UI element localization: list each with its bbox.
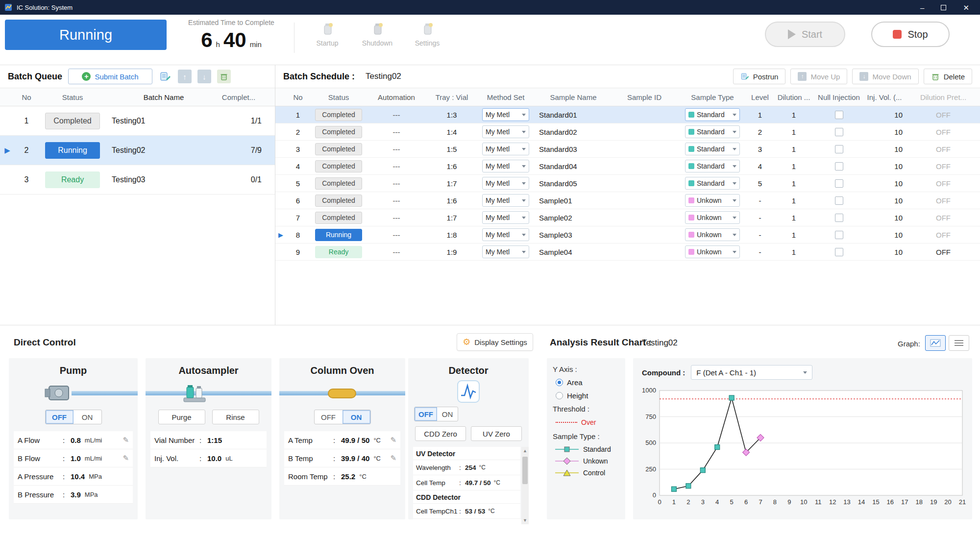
sample-type-select[interactable]: Standard	[685, 160, 740, 172]
shutdown-button[interactable]: Shutdown	[358, 21, 397, 47]
y-axis-option[interactable]: Height	[556, 391, 619, 400]
compound-select[interactable]: F (Det A - Ch1 - 1)	[691, 365, 812, 380]
minimize-icon[interactable]: –	[920, 4, 924, 11]
move-up-button[interactable]: ↑ Move Up	[790, 69, 847, 84]
batch-schedule-row[interactable]: ▶8Running---1:8My MetlSample03Unkown-110…	[275, 226, 980, 244]
detector-power-toggle[interactable]: OFF ON	[414, 407, 458, 421]
radio-icon[interactable]	[556, 392, 563, 399]
startup-button[interactable]: Startup	[308, 21, 347, 47]
method-set-select[interactable]: My Metl	[482, 194, 529, 207]
column-oven-off-option[interactable]: OFF	[315, 410, 343, 424]
null-injection-checkbox[interactable]	[835, 214, 843, 222]
move-down-button[interactable]: ↓ Move Down	[852, 69, 918, 84]
queue-delete-button[interactable]	[217, 70, 231, 83]
schedule-status-cell: Completed	[310, 143, 368, 155]
maximize-icon[interactable]	[941, 5, 946, 10]
edit-icon[interactable]: ✎	[122, 436, 129, 444]
sample-type-select[interactable]: Unkown	[685, 228, 740, 241]
close-icon[interactable]: ✕	[963, 4, 969, 11]
level-cell: -	[744, 214, 776, 222]
null-injection-checkbox[interactable]	[835, 128, 843, 136]
pump-off-option[interactable]: OFF	[46, 410, 74, 424]
method-set-select[interactable]: My Metl	[482, 125, 529, 138]
sample-type-select[interactable]: Standard	[685, 177, 740, 190]
method-set-select[interactable]: My Metl	[482, 143, 529, 155]
batch-schedule-row[interactable]: 4Completed---1:6My MetlStandard04Standar…	[275, 158, 980, 175]
batch-queue-row[interactable]: ▶2RunningTesting027/9	[0, 136, 275, 165]
null-injection-checkbox[interactable]	[835, 162, 843, 171]
uv-zero-button[interactable]: UV Zero	[471, 426, 522, 441]
display-settings-button[interactable]: ⚙ Display Settings	[457, 333, 533, 351]
null-injection-checkbox[interactable]	[835, 231, 843, 239]
null-injection-checkbox[interactable]	[835, 111, 843, 119]
settings-button[interactable]: Settings	[408, 21, 447, 47]
method-set-select[interactable]: My Metl	[482, 245, 529, 258]
batch-schedule-row[interactable]: 5Completed---1:7My MetlStandard05Standar…	[275, 175, 980, 192]
batch-schedule-row[interactable]: 6Completed---1:6My MetlSample01Unkown-11…	[275, 192, 980, 209]
x-tick-label: 4	[715, 498, 719, 506]
null-injection-checkbox[interactable]	[835, 196, 843, 205]
null-injection-checkbox[interactable]	[835, 145, 843, 153]
dilution-pret-cell: OFF	[911, 231, 975, 239]
edit-icon[interactable]: ✎	[390, 454, 396, 463]
scrollbar-thumb[interactable]	[522, 457, 528, 484]
y-axis-option[interactable]: Area	[556, 378, 619, 387]
method-set-cell: My Metl	[478, 228, 533, 241]
method-set-select[interactable]: My Metl	[482, 160, 529, 172]
batch-schedule-row[interactable]: 1Completed---1:3My MetlStandard01Standar…	[275, 106, 980, 123]
column-oven-power-toggle[interactable]: OFF ON	[314, 410, 371, 424]
batch-schedule-row[interactable]: 9Ready---1:9My MetlSample04Unkown-110OFF	[275, 244, 980, 261]
batch-schedule-row[interactable]: 2Completed---1:4My MetlStandard02Standar…	[275, 123, 980, 141]
queue-row-no: 2	[15, 146, 38, 155]
cdd-zero-button[interactable]: CDD Zero	[415, 426, 466, 441]
threshold-over-label: Over	[581, 418, 596, 426]
stop-button[interactable]: Stop	[871, 22, 950, 47]
batch-queue-row[interactable]: 1CompletedTesting011/1	[0, 106, 275, 136]
sample-type-value: Unkown	[697, 231, 722, 239]
column-oven-on-option[interactable]: ON	[343, 410, 370, 424]
info-label: Cell Temp	[416, 479, 459, 487]
batch-queue-row[interactable]: 3ReadyTesting030/1	[0, 165, 275, 195]
pump-power-toggle[interactable]: OFF ON	[45, 410, 102, 424]
detector-section-header: UV Detector	[413, 447, 520, 460]
queue-move-down-button[interactable]: ↓	[197, 70, 211, 83]
edit-icon[interactable]: ✎	[390, 436, 396, 444]
null-injection-checkbox[interactable]	[835, 248, 843, 256]
detector-on-option[interactable]: ON	[437, 407, 458, 421]
method-set-select[interactable]: My Metl	[482, 177, 529, 190]
sample-type-select[interactable]: Unkown	[685, 194, 740, 207]
submit-batch-button[interactable]: + Submit Batch	[68, 69, 152, 84]
plus-icon: +	[82, 72, 91, 81]
postrun-button[interactable]: Postrun	[733, 69, 786, 84]
method-set-select[interactable]: My Metl	[482, 211, 529, 224]
batch-schedule-row[interactable]: 3Completed---1:5My MetlStandard03Standar…	[275, 141, 980, 158]
rinse-button[interactable]: Rinse	[212, 410, 259, 424]
scroll-down-icon[interactable]: ▼	[523, 516, 527, 524]
sample-type-select[interactable]: Unkown	[685, 211, 740, 224]
schedule-row-no: 4	[286, 162, 310, 171]
edit-icon[interactable]: ✎	[122, 454, 129, 463]
method-set-select[interactable]: My Metl	[482, 228, 529, 241]
sample-type-select[interactable]: Standard	[685, 143, 740, 155]
sample-type-select[interactable]: Unkown	[685, 245, 740, 258]
graph-view-chart-button[interactable]	[925, 335, 946, 351]
batch-schedule-row[interactable]: 7Completed---1:7My MetlSample02Unkown-11…	[275, 209, 980, 226]
detector-scrollbar[interactable]: ▲ ▼	[521, 447, 529, 524]
delete-button[interactable]: Delete	[924, 69, 972, 84]
sample-type-select[interactable]: Standard	[685, 108, 740, 121]
sample-type-select[interactable]: Standard	[685, 125, 740, 138]
purge-button[interactable]: Purge	[158, 410, 205, 424]
dilution-pret-cell: OFF	[911, 111, 975, 119]
graph-view-list-button[interactable]	[949, 335, 969, 351]
radio-icon[interactable]	[556, 379, 563, 386]
queue-postrun-button[interactable]	[158, 70, 172, 83]
pump-on-option[interactable]: ON	[74, 410, 101, 424]
chevron-down-icon	[733, 131, 736, 133]
method-set-select[interactable]: My Metl	[482, 108, 529, 121]
null-injection-checkbox[interactable]	[835, 179, 843, 188]
start-button[interactable]: Start	[765, 22, 845, 47]
queue-move-up-button[interactable]: ↑	[178, 70, 192, 83]
legend-item: Control	[555, 469, 619, 477]
scroll-up-icon[interactable]: ▲	[523, 447, 527, 455]
detector-off-option[interactable]: OFF	[415, 407, 437, 421]
